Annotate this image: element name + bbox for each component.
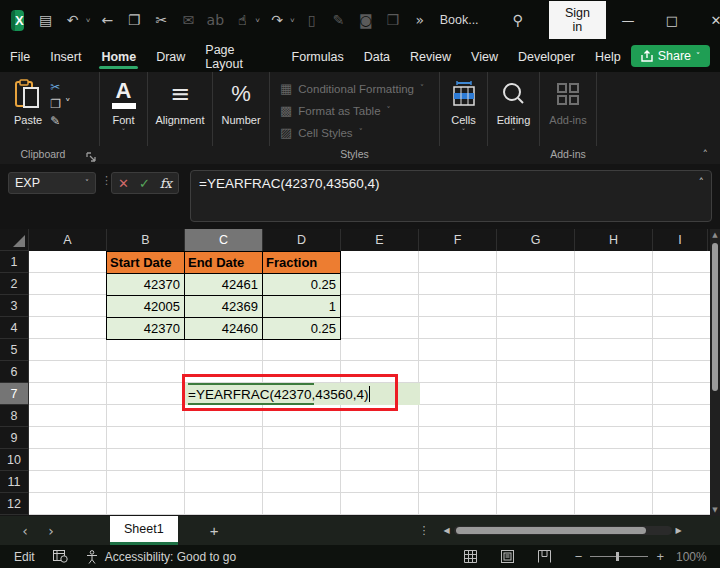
horizontal-scrollbar[interactable] <box>454 526 672 535</box>
vertical-scrollbar[interactable]: ▲ ▼ <box>710 229 720 516</box>
scroll-down-icon[interactable]: ▼ <box>710 506 720 514</box>
minimize-button[interactable]: — <box>606 0 650 40</box>
column-header-f[interactable]: F <box>419 229 497 251</box>
number-button[interactable]: % Number ˅ <box>221 78 260 136</box>
excel-logo-icon[interactable]: X <box>11 10 24 31</box>
column-header-d[interactable]: D <box>263 229 341 251</box>
scroll-left-icon[interactable]: ◀ <box>443 526 449 535</box>
row-header-6[interactable]: 6 <box>0 361 29 383</box>
row-header-4[interactable]: 4 <box>0 317 29 339</box>
insert-function-icon[interactable]: fx <box>160 176 172 191</box>
cut-icon[interactable]: ✂ <box>151 12 171 28</box>
tab-insert[interactable]: Insert <box>40 42 91 70</box>
accessibility-status[interactable]: Accessibility: Good to go <box>105 550 236 564</box>
copy-icon[interactable]: ❐ <box>124 12 144 28</box>
row-header-9[interactable]: 9 <box>0 427 29 449</box>
undo-icon[interactable]: ↶ <box>63 12 83 28</box>
horizontal-scroll-thumb[interactable] <box>456 527 646 534</box>
scroll-right-icon[interactable]: ▶ <box>676 526 682 535</box>
column-header-b[interactable]: B <box>107 229 185 251</box>
page-layout-view-icon[interactable] <box>501 550 514 563</box>
cells-area[interactable]: Start DateEnd DateFraction 42370424610.2… <box>29 251 710 515</box>
table-cell[interactable]: 42460 <box>185 318 263 340</box>
next-sheet-icon[interactable]: › <box>38 523 64 539</box>
column-header-e[interactable]: E <box>341 229 419 251</box>
row-header-12[interactable]: 12 <box>0 493 29 515</box>
save-icon[interactable]: ▤ <box>36 12 56 28</box>
tab-home[interactable]: Home <box>91 42 146 70</box>
active-cell-edit[interactable]: =YEARFRAC(42370,43560,4) <box>185 383 420 405</box>
column-header-g[interactable]: G <box>497 229 575 251</box>
sign-in-button[interactable]: Sign in <box>549 1 606 39</box>
cell-mode-indicator[interactable]: Edit <box>14 550 35 564</box>
font-button[interactable]: A Font ˅ <box>112 78 136 136</box>
cells-button[interactable]: Cells ˅ <box>451 78 477 136</box>
table-cell[interactable]: 42461 <box>185 274 263 296</box>
alignment-button[interactable]: ≡ Alignment ˅ <box>156 78 205 136</box>
qat-overflow-icon[interactable]: » <box>410 12 430 28</box>
row-header-7[interactable]: 7 <box>0 383 29 405</box>
scroll-up-icon[interactable]: ▲ <box>710 231 720 239</box>
row-header-1[interactable]: 1 <box>0 251 29 273</box>
tab-developer[interactable]: Developer <box>508 42 585 70</box>
column-header-c[interactable]: C <box>185 229 263 251</box>
collapse-ribbon-icon[interactable]: ˄ <box>703 148 709 161</box>
copy-button[interactable]: ❐ ˅ <box>50 97 71 111</box>
tab-formulas[interactable]: Formulas <box>282 42 354 70</box>
chevron-down-icon[interactable]: ˅ <box>290 16 295 25</box>
tab-page-layout[interactable]: Page Layout <box>195 35 281 77</box>
confirm-entry-icon[interactable]: ✓ <box>139 176 150 191</box>
row-header-11[interactable]: 11 <box>0 471 29 493</box>
tab-data[interactable]: Data <box>354 42 400 70</box>
redo-icon[interactable]: ↷ <box>267 12 287 28</box>
row-header-5[interactable]: 5 <box>0 339 29 361</box>
name-box[interactable]: EXP ˅ <box>8 172 96 194</box>
sheet-tab-sheet1[interactable]: Sheet1 <box>110 516 178 545</box>
zoom-level[interactable]: 100% <box>676 550 710 564</box>
tab-review[interactable]: Review <box>400 42 461 70</box>
close-button[interactable]: ✕ <box>694 0 720 40</box>
tab-file[interactable]: File <box>0 42 40 70</box>
formula-input[interactable]: =YEARFRAC(42370,43560,4) <box>190 170 712 222</box>
row-header-3[interactable]: 3 <box>0 295 29 317</box>
column-header-h[interactable]: H <box>575 229 653 251</box>
row-header-2[interactable]: 2 <box>0 273 29 295</box>
add-sheet-button[interactable]: + <box>210 522 219 539</box>
row-header-8[interactable]: 8 <box>0 405 29 427</box>
format-painter-button[interactable]: ✎ <box>50 114 71 128</box>
cancel-entry-icon[interactable]: ✕ <box>118 176 129 191</box>
tab-draw[interactable]: Draw <box>146 42 195 70</box>
touch-mode-icon[interactable]: ☝ <box>232 12 252 28</box>
table-cell[interactable]: 42370 <box>107 274 185 296</box>
editing-button[interactable]: Editing ˅ <box>497 78 531 136</box>
table-cell[interactable]: 0.25 <box>263 318 341 340</box>
cut-button[interactable]: ✂ <box>50 80 71 94</box>
column-header-i[interactable]: I <box>653 229 708 251</box>
page-break-view-icon[interactable] <box>538 550 551 563</box>
table-header-cell[interactable]: Start Date <box>107 252 185 274</box>
maximize-button[interactable]: □ <box>650 0 694 40</box>
zoom-slider-thumb[interactable] <box>616 552 619 561</box>
select-all-corner[interactable] <box>0 229 29 251</box>
collapse-formula-bar-icon[interactable]: ˄ <box>699 176 705 189</box>
addins-button[interactable]: Add-ins <box>549 78 586 126</box>
share-button[interactable]: Share˅ <box>631 45 710 67</box>
row-header-10[interactable]: 10 <box>0 449 29 471</box>
sheetbar-dots[interactable]: ⋮ <box>418 524 429 537</box>
zoom-in-button[interactable]: + <box>656 549 664 564</box>
table-header-cell[interactable]: End Date <box>185 252 263 274</box>
conditional-formatting-button[interactable]: ▦Conditional Formatting˅ <box>280 81 439 96</box>
normal-view-icon[interactable] <box>464 550 477 563</box>
paste-button[interactable]: Paste ˅ <box>14 78 42 136</box>
table-header-cell[interactable]: Fraction <box>263 252 341 274</box>
table-cell[interactable]: 42370 <box>107 318 185 340</box>
back-arrow-icon[interactable]: ← <box>97 12 117 28</box>
macro-record-icon[interactable] <box>53 550 68 563</box>
accessibility-icon[interactable] <box>86 550 99 564</box>
cell-styles-button[interactable]: ▨Cell Styles˅ <box>280 125 439 140</box>
vertical-scroll-thumb[interactable] <box>712 243 718 391</box>
format-as-table-button[interactable]: ▩Format as Table˅ <box>280 103 439 118</box>
prev-sheet-icon[interactable]: ‹ <box>12 523 38 539</box>
table-cell[interactable]: 42005 <box>107 296 185 318</box>
chevron-down-icon[interactable]: ˅ <box>86 16 91 25</box>
